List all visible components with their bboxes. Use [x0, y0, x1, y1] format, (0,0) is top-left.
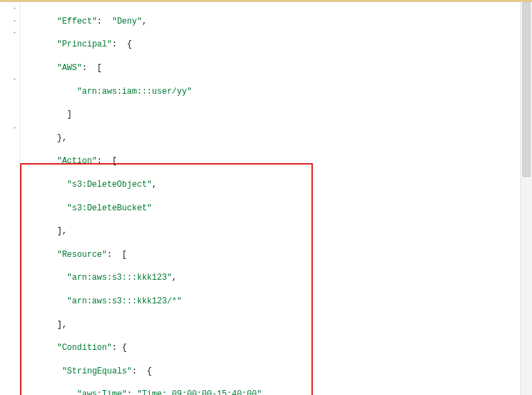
- code-line: "StringEquals": {: [27, 366, 261, 378]
- code-line: "arn:aws:iam:::user/yy": [27, 86, 261, 98]
- code-line: ],: [27, 226, 261, 237]
- code-line: "Principal": {: [27, 39, 261, 51]
- code-line: },: [27, 133, 261, 144]
- code-line: "arn:aws:s3:::kkk123",: [27, 272, 261, 284]
- code-line: "arn:aws:s3:::kkk123/*": [27, 296, 261, 308]
- code-line: ],: [27, 319, 261, 331]
- vertical-scrollbar[interactable]: [520, 2, 532, 395]
- code-line: "Effect": "Deny",: [27, 16, 261, 28]
- gutter: [0, 2, 20, 395]
- code-area[interactable]: "Effect": "Deny", "Principal": { "AWS": …: [20, 2, 261, 395]
- code-line: "s3:DeleteBucket": [27, 203, 261, 215]
- code-line: "aws:Time": "Time: 09:00:00-15:40:00": [27, 389, 261, 395]
- code-line: "AWS": [: [27, 62, 261, 74]
- code-line: "Resource": [: [27, 249, 261, 261]
- scrollbar-thumb[interactable]: [522, 2, 531, 177]
- code-line: ]: [27, 109, 261, 121]
- code-line: "s3:DeleteObject",: [27, 179, 261, 191]
- code-editor: "Effect": "Deny", "Principal": { "AWS": …: [0, 2, 532, 395]
- code-line: "Action": [: [27, 156, 261, 167]
- code-line: "Condition": {: [27, 342, 261, 354]
